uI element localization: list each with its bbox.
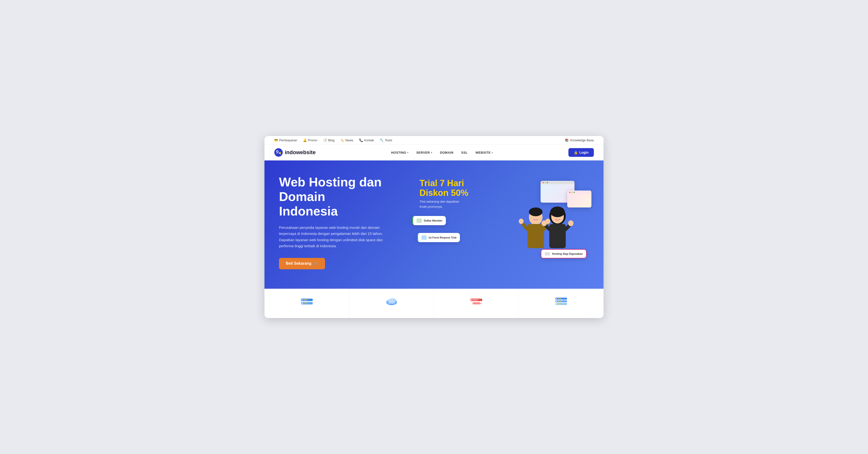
- daftar-card-icon: [416, 218, 422, 223]
- vps-server-card[interactable]: [519, 289, 603, 318]
- knowledge-base-label: Knowledge Base: [570, 138, 594, 142]
- pembayaran-label: Pembayaran: [279, 138, 297, 142]
- promo-sub1: Trial sekarang dan dapatkan: [420, 200, 468, 203]
- tools-label: Tools: [385, 138, 392, 142]
- nav-server[interactable]: SERVER ▾: [416, 151, 432, 154]
- promo-title-line1: Trial 7 Hari: [420, 178, 468, 188]
- server-chevron: ▾: [431, 151, 432, 154]
- nav-tools[interactable]: 🔧 Tools: [380, 138, 392, 142]
- shared-hosting-icon: [301, 297, 313, 307]
- svg-rect-35: [473, 300, 477, 301]
- bottom-cards-row: .com .id .net: [265, 289, 603, 318]
- svg-rect-50: [564, 304, 565, 304]
- hosting-card-icon: [545, 252, 550, 255]
- svg-text:.com .id .net: .com .id .net: [473, 303, 482, 304]
- cart-icon: 🛒: [313, 261, 318, 266]
- svg-rect-26: [304, 303, 308, 303]
- website-chevron: ▾: [492, 151, 493, 154]
- cloud-hosting-card[interactable]: [349, 289, 434, 318]
- svg-point-13: [550, 206, 565, 217]
- hero-promo-area: Trial 7 Hari Diskon 50% Trial sekarang d…: [405, 178, 589, 266]
- svg-rect-20: [302, 299, 303, 301]
- nav-news[interactable]: 🏷️ News: [340, 138, 353, 142]
- svg-point-9: [519, 219, 524, 224]
- svg-rect-6: [527, 224, 544, 248]
- nav-ssl[interactable]: SSL: [461, 151, 468, 154]
- promo-sub2: Kode promonya,: [420, 205, 468, 208]
- kontak-label: Kontak: [364, 138, 374, 142]
- isi-label: Isi Form Request Trial: [429, 236, 457, 239]
- isi-form-card: Isi Form Request Trial: [417, 233, 460, 242]
- svg-rect-42: [564, 298, 565, 299]
- logo-icon: [274, 148, 283, 157]
- hero-content: Web Hosting dan Domain Indonesia Perusah…: [279, 175, 405, 269]
- hero-section: Web Hosting dan Domain Indonesia Perusah…: [265, 161, 603, 288]
- svg-point-3: [279, 152, 281, 154]
- domain-card[interactable]: .com .id .net: [434, 289, 519, 318]
- hero-title: Web Hosting dan Domain Indonesia: [279, 175, 405, 218]
- nav-domain[interactable]: DOMAIN: [440, 151, 454, 154]
- svg-rect-14: [549, 224, 566, 248]
- lock-icon: 🔒: [574, 150, 578, 154]
- svg-point-17: [541, 220, 547, 226]
- promo-badge: Trial 7 Hari Diskon 50% Trial sekarang d…: [420, 178, 468, 208]
- nav-website[interactable]: WEBSITE ▾: [475, 151, 493, 154]
- browser-window: 💳 Pembayaran 🔔 Promo 📝 Blog 🏷️ News 📞 Ko…: [265, 136, 603, 318]
- nav-hosting[interactable]: HOSTING ▾: [391, 151, 409, 154]
- nav-kontak[interactable]: 📞 Kontak: [359, 138, 374, 142]
- login-label: Login: [579, 150, 589, 154]
- pembayaran-icon: 💳: [274, 138, 278, 142]
- svg-rect-41: [558, 299, 562, 299]
- svg-rect-36: [480, 300, 481, 300]
- news-label: News: [345, 138, 353, 142]
- news-icon: 🏷️: [340, 138, 344, 142]
- svg-point-5: [529, 207, 542, 216]
- isi-card-icon: [422, 235, 427, 240]
- domain-icon: .com .id .net: [471, 297, 482, 307]
- blog-label: Blog: [328, 138, 335, 142]
- svg-rect-48: [556, 303, 557, 305]
- nav-links: HOSTING ▾ SERVER ▾ DOMAIN SSL WEBSITE ▾: [391, 151, 493, 154]
- vps-icon: [555, 297, 567, 307]
- svg-rect-22: [304, 300, 307, 301]
- kontak-icon: 📞: [359, 138, 363, 142]
- shared-hosting-card[interactable]: [265, 289, 349, 318]
- tools-icon: 🔧: [380, 138, 383, 142]
- nav-pembayaran[interactable]: 💳 Pembayaran: [274, 138, 297, 142]
- promo-label: Promo: [308, 138, 317, 142]
- logo[interactable]: indowebsite: [274, 148, 316, 157]
- cta-button[interactable]: Beli Sekarang 🛒: [279, 258, 325, 269]
- svg-rect-44: [556, 301, 557, 302]
- promo-icon: 🔔: [303, 138, 307, 142]
- svg-point-18: [568, 220, 574, 226]
- svg-rect-46: [564, 301, 565, 301]
- logo-text: indowebsite: [285, 149, 316, 155]
- svg-rect-21: [304, 300, 308, 300]
- svg-point-31: [388, 299, 395, 303]
- blog-icon: 📝: [323, 138, 327, 142]
- hosting-ready-card: Hosting Siap Digunakan: [541, 249, 587, 258]
- hosting-chevron: ▾: [407, 151, 409, 154]
- svg-rect-45: [558, 301, 562, 302]
- svg-rect-40: [556, 298, 557, 299]
- nav-blog[interactable]: 📝 Blog: [323, 138, 335, 142]
- knowledge-base-link[interactable]: 📚 Knowledge Base: [565, 138, 594, 142]
- svg-rect-49: [558, 304, 561, 304]
- svg-rect-25: [302, 303, 303, 304]
- svg-rect-34: [473, 300, 479, 300]
- svg-rect-27: [310, 303, 311, 303]
- knowledge-base-icon: 📚: [565, 138, 569, 142]
- nav-promo[interactable]: 🔔 Promo: [303, 138, 317, 142]
- svg-point-2: [277, 151, 278, 152]
- cta-label: Beli Sekarang: [286, 261, 311, 266]
- hero-description: Perusahaan penyedia layanan web hosting …: [279, 224, 391, 249]
- hosting-ready-label: Hosting Siap Digunakan: [552, 252, 583, 255]
- daftar-member-card: Daftar Member: [412, 216, 446, 225]
- utility-bar: 💳 Pembayaran 🔔 Promo 📝 Blog 🏷️ News 📞 Ko…: [265, 136, 603, 145]
- login-button[interactable]: 🔒 Login: [568, 148, 594, 157]
- svg-rect-23: [310, 300, 311, 300]
- svg-point-0: [274, 148, 283, 157]
- main-nav: indowebsite HOSTING ▾ SERVER ▾ DOMAIN SS…: [265, 145, 603, 161]
- cloud-hosting-icon: [385, 297, 398, 308]
- svg-rect-33: [471, 299, 472, 301]
